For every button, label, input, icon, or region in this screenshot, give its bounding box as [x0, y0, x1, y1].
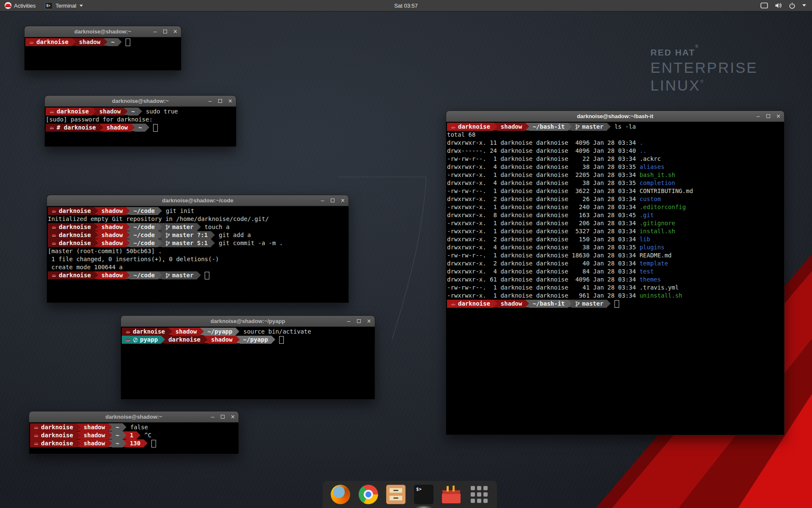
close-button[interactable]: × — [228, 96, 232, 106]
maximize-button[interactable] — [357, 319, 361, 323]
terminal-line: drwxrwxr-x. 61 darknoise darknoise 4096 … — [447, 276, 784, 284]
close-button[interactable]: × — [367, 316, 371, 326]
segment-text: master — [582, 300, 604, 308]
close-button[interactable]: × — [173, 26, 177, 37]
segment-text: shadow — [84, 431, 105, 439]
segment-text: darknoise — [41, 423, 73, 431]
terminal-screen[interactable]: darknoiseshadow~sudo true[sudo] password… — [45, 107, 236, 146]
window-titlebar[interactable]: darknoise@shadow:~/bash-it–× — [446, 111, 784, 122]
terminal-line: -rw-rw-r--. 1 darknoise darknoise 3622 J… — [447, 187, 784, 195]
prompt-segment: shadow — [98, 207, 126, 215]
terminal-window[interactable]: darknoise@shadow:~/bash-it–×darknoisesha… — [446, 110, 785, 435]
prompt-segment: shadow — [80, 439, 109, 447]
terminal-line: total 68 — [447, 131, 784, 139]
powerline-separator — [204, 336, 208, 343]
segment-text: darknoise — [36, 38, 69, 46]
ls-row: -rwxrwxr-x. 1 darknoise darknoise 206 Ja… — [447, 219, 639, 227]
window-titlebar[interactable]: darknoise@shadow:~–× — [25, 26, 181, 37]
terminal-screen[interactable]: darknoiseshadow~falsedarknoiseshadow~1^C… — [29, 422, 239, 454]
minimize-button[interactable]: – — [154, 26, 157, 37]
toolbox-icon[interactable] — [442, 485, 461, 504]
close-button[interactable]: × — [341, 195, 345, 206]
registered-mark: ® — [700, 79, 705, 84]
prompt-segment: shadow — [497, 300, 526, 308]
registered-mark: ® — [695, 44, 699, 49]
terminal-window[interactable]: darknoise@shadow:~/pyapp–×darknoiseshado… — [121, 315, 375, 400]
command-text: ^C — [144, 431, 151, 439]
prompt-segment: ~/code — [130, 223, 158, 231]
file-name: completion — [639, 179, 675, 187]
window-titlebar[interactable]: darknoise@shadow:~/pyapp–× — [121, 316, 375, 327]
chevron-down-icon[interactable] — [802, 4, 806, 7]
powerline-separator — [211, 239, 215, 247]
terminal-window[interactable]: darknoise@shadow:~–×darknoiseshadow~fals… — [29, 411, 239, 454]
firefox-icon[interactable] — [331, 485, 350, 504]
maximize-button[interactable] — [766, 114, 770, 118]
minimize-button[interactable]: – — [347, 316, 351, 326]
toolbox-lid — [442, 490, 461, 494]
terminal-line: drwxrwxr-x. 4 darknoise darknoise 38 Jan… — [447, 179, 784, 187]
app-menu-terminal[interactable]: $> Terminal — [40, 0, 88, 11]
toolbox-tool — [447, 486, 449, 491]
activities-button[interactable]: Activities — [0, 0, 40, 11]
maximize-button[interactable] — [163, 30, 167, 33]
window-titlebar[interactable]: darknoise@shadow:~/code–× — [47, 195, 348, 206]
ls-row: -rw-rw-r--. 1 darknoise darknoise 18630 … — [447, 251, 639, 260]
redhat-logo-icon — [5, 2, 11, 9]
desktop-background: RED HAT® ENTERPRISE LINUX® darknoise@sha… — [0, 0, 812, 508]
maximize-button[interactable] — [331, 199, 335, 202]
window-titlebar[interactable]: darknoise@shadow:~–× — [45, 96, 236, 107]
terminal-screen[interactable]: darknoiseshadow~ — [25, 37, 181, 70]
prompt-segment: darknoise — [30, 423, 77, 431]
command-text: touch a — [205, 223, 230, 231]
terminal-window[interactable]: darknoise@shadow:~–×darknoiseshadow~ — [24, 26, 181, 71]
terminal-icon[interactable]: $> — [414, 485, 433, 504]
close-button[interactable]: × — [231, 411, 235, 422]
terminal-line: drwxrwxr-x. 4 darknoise darknoise 38 Jan… — [447, 163, 784, 171]
terminal-cursor — [205, 272, 209, 279]
prompt-segment: darknoise — [48, 231, 94, 239]
terminal-window[interactable]: darknoise@shadow:~/code–×darknoiseshadow… — [47, 195, 349, 303]
terminal-line: -rwxrwxr-x. 1 darknoise darknoise 240 Ja… — [447, 203, 784, 211]
prompt-line: darknoiseshadow~/codemaster ?:1git add a — [48, 231, 348, 239]
ls-row: -rwxrwxr-x. 1 darknoise darknoise 961 Ja… — [447, 292, 639, 300]
app-grid-icon[interactable] — [469, 485, 489, 504]
file-name: CONTRIBUTING.md — [639, 187, 693, 195]
clock[interactable]: Sat 03:57 — [0, 3, 812, 9]
powerline-separator — [494, 123, 497, 130]
redhat-icon — [450, 301, 456, 306]
prompt-line: pyappdarknoiseshadow~/pyapp — [122, 336, 375, 344]
minimize-button[interactable]: – — [757, 111, 760, 121]
powerline-separator — [525, 123, 529, 130]
minimize-button[interactable]: – — [321, 195, 324, 206]
chrome-icon[interactable] — [359, 485, 378, 504]
redhat-icon — [51, 225, 57, 229]
maximize-button[interactable] — [221, 415, 225, 419]
drawer-bottom — [389, 495, 403, 501]
terminal-line: -rwxrwxr-x. 1 darknoise darknoise 206 Ja… — [447, 219, 784, 227]
terminal-screen[interactable]: darknoiseshadow~/codegit initInitialized… — [47, 206, 348, 303]
power-icon[interactable] — [789, 2, 796, 9]
segment-text: ~ — [131, 108, 134, 116]
terminal-screen[interactable]: darknoiseshadow~/pyappsource bin/activat… — [121, 327, 375, 399]
files-icon[interactable] — [386, 485, 406, 504]
prompt-line: darknoiseshadow~ — [25, 38, 181, 46]
close-button[interactable]: × — [776, 111, 780, 121]
terminal-window[interactable]: darknoise@shadow:~–×darknoiseshadow~sudo… — [44, 95, 236, 147]
command-text: git commit -a -m . — [219, 239, 283, 247]
powerline-separator — [158, 223, 162, 231]
window-title: darknoise@shadow:~ — [74, 28, 131, 35]
window-titlebar[interactable]: darknoise@shadow:~–× — [29, 411, 239, 422]
minimize-button[interactable]: – — [211, 411, 214, 422]
powerline-separator — [108, 439, 112, 447]
file-name: aliases — [639, 163, 664, 171]
maximize-button[interactable] — [218, 99, 222, 103]
prompt-segment: shadow — [80, 423, 109, 431]
terminal-screen[interactable]: darknoiseshadow~/bash-itmasterls -latota… — [446, 122, 784, 435]
redhat-icon — [450, 124, 456, 129]
volume-icon[interactable] — [775, 2, 782, 9]
segment-text: shadow — [102, 223, 123, 231]
display-icon[interactable] — [760, 2, 768, 9]
minimize-button[interactable]: – — [208, 96, 212, 106]
git-branch-icon — [165, 273, 170, 279]
